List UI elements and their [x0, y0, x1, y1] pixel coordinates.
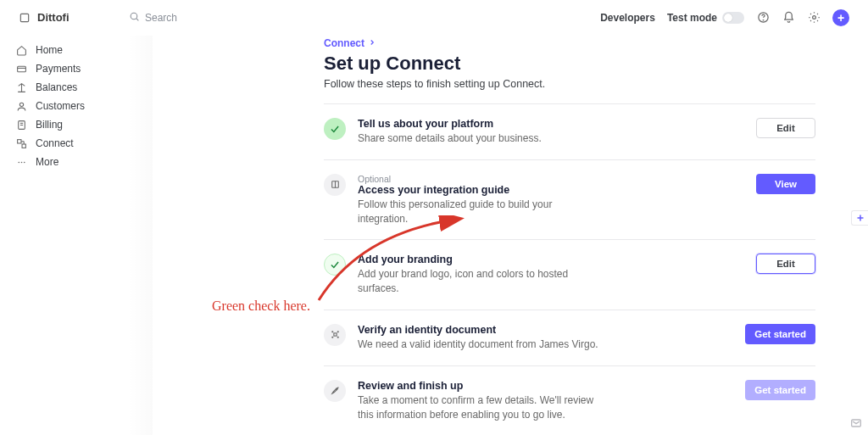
svg-point-8: [19, 103, 23, 106]
corner-icon: [849, 416, 863, 430]
step-title: Verify an identity document: [358, 324, 733, 336]
step-title: Add your branding: [358, 254, 744, 265]
sidebar-item-label: Customers: [36, 100, 85, 112]
search-icon: [129, 11, 140, 25]
toggle-icon[interactable]: [722, 12, 744, 24]
optional-label: Optional: [358, 174, 744, 184]
customers-icon: [15, 100, 27, 112]
sidebar-item-label: Balances: [36, 81, 77, 93]
brand[interactable]: Dittofi: [19, 11, 129, 24]
edit-button[interactable]: Edit: [756, 254, 815, 274]
step-platform: Tell us about your platform Share some d…: [324, 103, 815, 159]
sidebar-item-billing[interactable]: Billing: [10, 115, 142, 134]
svg-point-18: [23, 161, 25, 163]
svg-rect-21: [333, 333, 336, 336]
get-started-button-disabled: Get started: [745, 380, 815, 400]
step-branding: Add your branding Add your brand logo, i…: [324, 239, 815, 310]
svg-point-17: [20, 161, 22, 163]
home-icon: [15, 44, 27, 56]
guide-icon: [324, 174, 346, 196]
sidebar-item-customers[interactable]: Customers: [10, 97, 142, 115]
svg-point-1: [131, 13, 137, 20]
view-button[interactable]: View: [756, 174, 815, 194]
search-placeholder: Search: [145, 12, 177, 24]
sidebar-item-payments[interactable]: Payments: [10, 59, 142, 78]
brand-name: Dittofi: [37, 11, 70, 24]
step-title: Access your integration guide: [358, 184, 744, 196]
svg-point-4: [763, 20, 764, 20]
sidebar-item-home[interactable]: Home: [10, 41, 142, 59]
sidebar-item-label: Connect: [36, 137, 74, 149]
step-review: Review and finish up Take a moment to co…: [324, 365, 815, 435]
svg-point-5: [812, 16, 815, 20]
step-desc: Follow this personalized guide to build …: [358, 198, 604, 226]
sidebar-item-label: Payments: [36, 63, 81, 75]
main: Connect Set up Connect Follow these step…: [153, 36, 868, 435]
step-desc: We need a valid identity document from J…: [358, 337, 604, 352]
svg-rect-0: [20, 14, 28, 21]
sidebar-item-connect[interactable]: Connect: [10, 134, 142, 153]
svg-rect-6: [17, 66, 25, 72]
step-integration-guide: Optional Access your integration guide F…: [324, 159, 815, 240]
breadcrumb[interactable]: Connect: [324, 37, 815, 49]
annotation-text: Green check here.: [212, 298, 310, 314]
developers-link[interactable]: Developers: [600, 12, 655, 24]
topbar: Dittofi Search Developers Test mode +: [0, 0, 868, 36]
svg-point-16: [18, 161, 19, 163]
get-started-button[interactable]: Get started: [745, 324, 815, 344]
step-desc: Take a moment to confirm a few details. …: [358, 393, 604, 422]
topbar-right: Developers Test mode +: [600, 9, 849, 26]
connect-icon: [15, 137, 27, 149]
step-title: Review and finish up: [358, 380, 733, 392]
more-icon: [15, 156, 27, 168]
bell-icon[interactable]: [782, 11, 795, 25]
page-title: Set up Connect: [324, 53, 815, 75]
brand-icon: [19, 12, 31, 24]
billing-icon: [15, 119, 27, 131]
test-mode-label: Test mode: [667, 12, 717, 24]
step-desc: Add your brand logo, icon and colors to …: [358, 267, 604, 296]
search-box[interactable]: Search: [129, 11, 177, 25]
test-mode-toggle[interactable]: Test mode: [667, 12, 744, 24]
sidebar-item-more[interactable]: More: [10, 153, 142, 171]
sidebar-item-balances[interactable]: Balances: [10, 78, 142, 97]
help-icon[interactable]: [756, 11, 770, 25]
sidebar-item-label: More: [36, 156, 58, 168]
svg-rect-12: [17, 139, 20, 142]
floating-add-tab[interactable]: [851, 210, 868, 226]
svg-line-2: [136, 18, 138, 20]
sidebar-item-label: Billing: [36, 119, 63, 131]
breadcrumb-label: Connect: [324, 37, 364, 49]
sidebar: Home Payments Balances Customers Billing…: [0, 36, 153, 435]
step-title: Tell us about your platform: [358, 118, 744, 130]
gear-icon[interactable]: [807, 11, 821, 25]
step-desc: Share some details about your business.: [358, 131, 604, 146]
svg-point-22: [336, 388, 337, 390]
balances-icon: [15, 81, 27, 93]
payments-icon: [15, 63, 27, 75]
rocket-icon: [324, 380, 346, 402]
sidebar-item-label: Home: [36, 44, 63, 56]
page-subtitle: Follow these steps to finish setting up …: [324, 78, 815, 90]
step-identity: Verify an identity document We need a va…: [324, 310, 815, 365]
identity-icon: [324, 324, 346, 346]
check-icon: [324, 254, 346, 276]
edit-button[interactable]: Edit: [756, 118, 815, 138]
svg-rect-13: [22, 144, 25, 148]
add-button[interactable]: +: [832, 9, 849, 26]
chevron-right-icon: [368, 37, 376, 49]
check-icon: [324, 118, 346, 140]
